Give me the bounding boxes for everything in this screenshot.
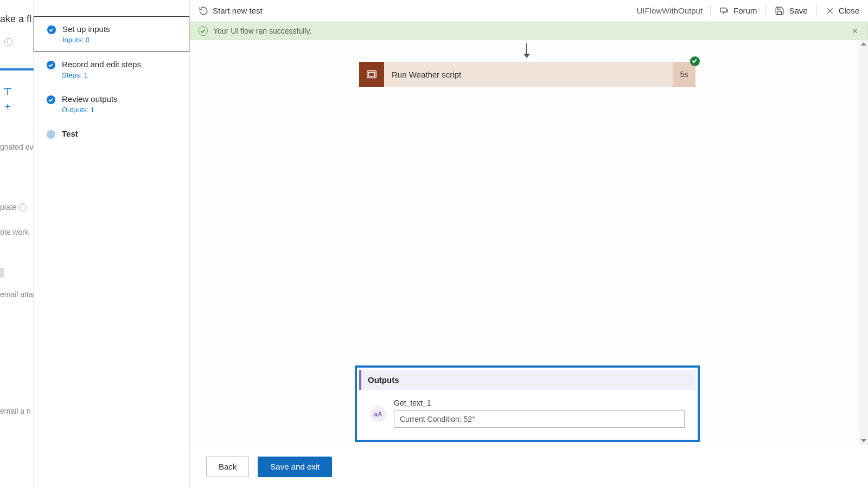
step-label: Set up inputs <box>62 24 179 34</box>
scroll-down-icon <box>861 439 866 442</box>
bg-text-4: email attac <box>0 290 37 299</box>
info-icon <box>18 203 27 211</box>
back-button[interactable]: Back <box>206 457 249 477</box>
refresh-icon <box>199 6 208 16</box>
bg-icon-block: + <box>3 87 12 113</box>
forum-label: Forum <box>733 6 757 15</box>
step-label: Record and edit steps <box>62 60 180 69</box>
flow-arrow-icon <box>526 43 527 57</box>
step-sub: Inputs: 0 <box>62 36 179 44</box>
output-value-field[interactable] <box>394 410 685 428</box>
outputs-heading: Outputs <box>359 370 695 390</box>
step-test[interactable]: Test <box>34 121 189 146</box>
step-record-edit[interactable]: Record and edit steps Steps: 1 <box>34 52 189 87</box>
outputs-body: aA Get_text_1 <box>359 390 695 438</box>
save-and-exit-button[interactable]: Save and exit <box>258 457 332 477</box>
step-review-outputs[interactable]: Review outputs Outputs: 1 <box>34 87 189 121</box>
step-label: Test <box>62 129 180 138</box>
scroll-up-icon <box>861 42 866 46</box>
output-label: Get_text_1 <box>394 399 685 407</box>
step-complete-icon <box>47 25 56 34</box>
outputs-panel: Outputs aA Get_text_1 <box>355 365 700 442</box>
step-sub: Steps: 1 <box>62 71 180 79</box>
forum-button[interactable]: Forum <box>711 6 765 16</box>
svg-rect-5 <box>369 72 375 76</box>
background-partial-panel: ake a fl + gnated even plate ote work em… <box>0 0 34 488</box>
bg-accent-bar <box>0 68 34 70</box>
save-exit-label: Save and exit <box>270 462 320 471</box>
step-label: Review outputs <box>62 94 180 104</box>
main-region: Start new test UIFlowWithOutput Forum Sa… <box>190 0 868 488</box>
start-new-test-button[interactable]: Start new test <box>190 6 263 16</box>
flow-name: UIFlowWithOutput <box>629 6 710 15</box>
action-card-run-script[interactable]: Run Weather script 5s <box>359 62 695 87</box>
svg-rect-1 <box>720 8 726 12</box>
close-button[interactable]: Close <box>817 6 868 15</box>
close-label: Close <box>839 6 859 15</box>
bg-title: ake a fl <box>0 14 31 25</box>
step-current-icon <box>47 130 55 139</box>
back-label: Back <box>219 462 237 471</box>
step-complete-icon <box>47 61 55 69</box>
flow-canvas[interactable]: Run Weather script 5s Outputs aA Get_tex… <box>190 40 868 445</box>
banner-message: Your UI flow ran successfully. <box>213 27 311 35</box>
close-icon <box>826 7 834 15</box>
top-bar: Start new test UIFlowWithOutput Forum Sa… <box>190 0 868 22</box>
success-check-icon <box>198 26 208 36</box>
bg-text-3: ote work <box>0 228 29 236</box>
save-button[interactable]: Save <box>766 6 816 16</box>
success-badge-icon <box>690 56 700 66</box>
step-sub: Outputs: 1 <box>62 106 180 114</box>
bg-text-2: plate <box>0 202 27 211</box>
script-icon <box>359 62 384 87</box>
banner-close-button[interactable]: × <box>850 25 860 37</box>
steps-sidebar: Set up inputs Inputs: 0 Record and edit … <box>34 0 190 488</box>
bg-grey-box <box>0 268 4 278</box>
save-label: Save <box>789 6 807 15</box>
start-new-test-label: Start new test <box>213 6 263 15</box>
success-banner: Your UI flow ran successfully. × <box>190 22 868 40</box>
step-setup-inputs[interactable]: Set up inputs Inputs: 0 <box>34 16 189 52</box>
bg-text-5: email a n <box>0 407 31 415</box>
footer-bar: Back Save and exit <box>190 445 868 488</box>
vertical-scrollbar[interactable] <box>859 40 868 445</box>
forum-icon <box>719 6 729 16</box>
text-type-icon: aA <box>370 406 386 422</box>
save-icon <box>775 6 784 16</box>
action-card-title: Run Weather script <box>384 70 673 79</box>
info-icon <box>4 38 12 46</box>
step-complete-icon <box>47 95 55 104</box>
